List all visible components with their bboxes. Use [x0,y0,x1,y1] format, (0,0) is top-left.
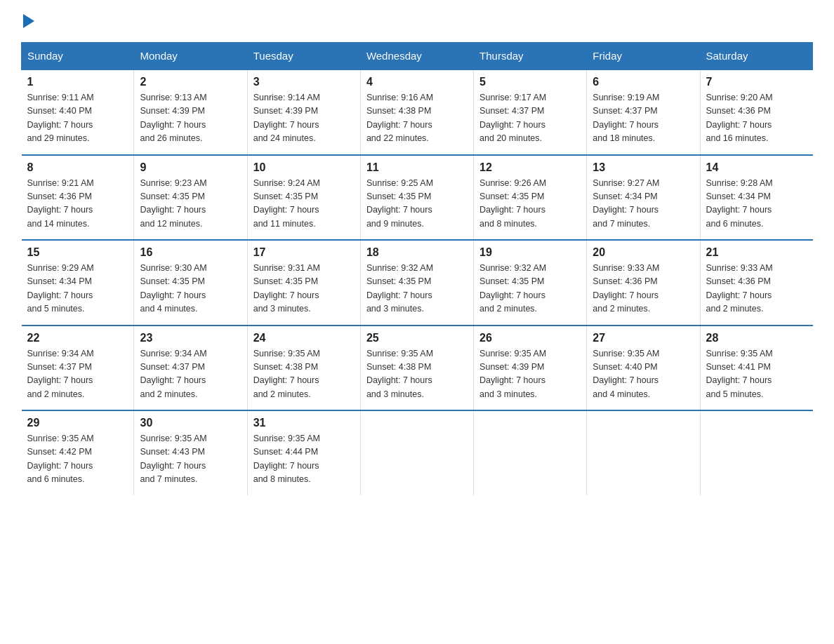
day-number: 27 [593,332,694,344]
day-number: 24 [253,332,355,344]
day-number: 14 [706,161,807,174]
day-detail: Sunrise: 9:21 AMSunset: 4:36 PMDaylight:… [27,178,94,229]
day-number: 18 [366,246,468,259]
day-detail: Sunrise: 9:26 AMSunset: 4:35 PMDaylight:… [479,178,546,229]
day-detail: Sunrise: 9:20 AMSunset: 4:36 PMDaylight:… [706,93,773,143]
logo-arrow-icon [23,14,34,28]
day-detail: Sunrise: 9:17 AMSunset: 4:37 PMDaylight:… [479,93,546,143]
calendar-cell: 20 Sunrise: 9:33 AMSunset: 4:36 PMDaylig… [587,240,700,326]
day-number: 10 [253,161,355,174]
calendar-cell: 1 Sunrise: 9:11 AMSunset: 4:40 PMDayligh… [22,69,134,155]
calendar-cell: 28 Sunrise: 9:35 AMSunset: 4:41 PMDaylig… [700,326,813,411]
day-detail: Sunrise: 9:23 AMSunset: 4:35 PMDaylight:… [140,178,206,229]
week-row-5: 29 Sunrise: 9:35 AMSunset: 4:42 PMDaylig… [22,410,813,495]
calendar-cell: 26 Sunrise: 9:35 AMSunset: 4:39 PMDaylig… [474,326,587,411]
calendar-table: SundayMondayTuesdayWednesdayThursdayFrid… [21,42,813,495]
calendar-cell: 11 Sunrise: 9:25 AMSunset: 4:35 PMDaylig… [360,155,473,241]
day-number: 15 [27,246,128,259]
day-number: 22 [27,332,128,344]
day-number: 21 [706,246,807,259]
calendar-cell: 31 Sunrise: 9:35 AMSunset: 4:44 PMDaylig… [247,410,360,495]
day-detail: Sunrise: 9:29 AMSunset: 4:34 PMDaylight:… [27,263,94,314]
day-detail: Sunrise: 9:13 AMSunset: 4:39 PMDaylight:… [140,93,206,143]
weekday-header-row: SundayMondayTuesdayWednesdayThursdayFrid… [22,43,813,70]
day-number: 5 [479,76,581,88]
calendar-cell: 22 Sunrise: 9:34 AMSunset: 4:37 PMDaylig… [22,326,134,411]
day-number: 17 [253,246,355,259]
day-number: 16 [140,246,241,259]
calendar-cell: 12 Sunrise: 9:26 AMSunset: 4:35 PMDaylig… [474,155,587,241]
calendar-cell: 9 Sunrise: 9:23 AMSunset: 4:35 PMDayligh… [134,155,247,241]
day-detail: Sunrise: 9:32 AMSunset: 4:35 PMDaylight:… [366,263,433,314]
calendar-cell: 29 Sunrise: 9:35 AMSunset: 4:42 PMDaylig… [22,410,134,495]
day-number: 12 [479,161,581,174]
weekday-header-friday: Friday [587,43,700,70]
day-number: 23 [140,332,241,344]
calendar-cell: 7 Sunrise: 9:20 AMSunset: 4:36 PMDayligh… [700,69,813,155]
logo [21,14,44,28]
day-detail: Sunrise: 9:35 AMSunset: 4:38 PMDaylight:… [253,349,320,399]
day-detail: Sunrise: 9:11 AMSunset: 4:40 PMDaylight:… [27,93,94,143]
calendar-cell: 27 Sunrise: 9:35 AMSunset: 4:40 PMDaylig… [587,326,700,411]
calendar-cell: 21 Sunrise: 9:33 AMSunset: 4:36 PMDaylig… [700,240,813,326]
day-number: 26 [479,332,581,344]
weekday-header-tuesday: Tuesday [247,43,360,70]
day-number: 20 [593,246,694,259]
day-number: 19 [479,246,581,259]
day-detail: Sunrise: 9:35 AMSunset: 4:44 PMDaylight:… [253,434,320,484]
calendar-cell: 10 Sunrise: 9:24 AMSunset: 4:35 PMDaylig… [247,155,360,241]
day-number: 3 [253,76,355,88]
day-number: 29 [27,417,128,429]
calendar-cell: 19 Sunrise: 9:32 AMSunset: 4:35 PMDaylig… [474,240,587,326]
day-detail: Sunrise: 9:35 AMSunset: 4:40 PMDaylight:… [593,349,659,399]
day-number: 7 [706,76,807,88]
week-row-3: 15 Sunrise: 9:29 AMSunset: 4:34 PMDaylig… [22,240,813,326]
day-detail: Sunrise: 9:35 AMSunset: 4:42 PMDaylight:… [27,434,94,484]
day-number: 28 [706,332,807,344]
day-detail: Sunrise: 9:31 AMSunset: 4:35 PMDaylight:… [253,263,320,314]
weekday-header-monday: Monday [134,43,247,70]
calendar-cell [700,410,813,495]
calendar-cell: 16 Sunrise: 9:30 AMSunset: 4:35 PMDaylig… [134,240,247,326]
day-detail: Sunrise: 9:33 AMSunset: 4:36 PMDaylight:… [593,263,659,314]
calendar-cell [360,410,473,495]
day-detail: Sunrise: 9:30 AMSunset: 4:35 PMDaylight:… [140,263,206,314]
day-number: 4 [366,76,468,88]
weekday-header-saturday: Saturday [700,43,813,70]
calendar-cell: 23 Sunrise: 9:34 AMSunset: 4:37 PMDaylig… [134,326,247,411]
day-number: 25 [366,332,468,344]
day-detail: Sunrise: 9:33 AMSunset: 4:36 PMDaylight:… [706,263,773,314]
calendar-cell: 13 Sunrise: 9:27 AMSunset: 4:34 PMDaylig… [587,155,700,241]
day-detail: Sunrise: 9:34 AMSunset: 4:37 PMDaylight:… [27,349,94,399]
week-row-1: 1 Sunrise: 9:11 AMSunset: 4:40 PMDayligh… [22,69,813,155]
weekday-header-wednesday: Wednesday [360,43,473,70]
calendar-cell [474,410,587,495]
day-detail: Sunrise: 9:34 AMSunset: 4:37 PMDaylight:… [140,349,206,399]
calendar-cell: 25 Sunrise: 9:35 AMSunset: 4:38 PMDaylig… [360,326,473,411]
calendar-cell: 24 Sunrise: 9:35 AMSunset: 4:38 PMDaylig… [247,326,360,411]
day-detail: Sunrise: 9:32 AMSunset: 4:35 PMDaylight:… [479,263,546,314]
calendar-cell: 17 Sunrise: 9:31 AMSunset: 4:35 PMDaylig… [247,240,360,326]
day-detail: Sunrise: 9:35 AMSunset: 4:41 PMDaylight:… [706,349,773,399]
week-row-4: 22 Sunrise: 9:34 AMSunset: 4:37 PMDaylig… [22,326,813,411]
calendar-cell: 2 Sunrise: 9:13 AMSunset: 4:39 PMDayligh… [134,69,247,155]
day-detail: Sunrise: 9:24 AMSunset: 4:35 PMDaylight:… [253,178,320,229]
calendar-cell: 6 Sunrise: 9:19 AMSunset: 4:37 PMDayligh… [587,69,700,155]
calendar-cell: 14 Sunrise: 9:28 AMSunset: 4:34 PMDaylig… [700,155,813,241]
calendar-cell: 4 Sunrise: 9:16 AMSunset: 4:38 PMDayligh… [360,69,473,155]
calendar-cell [587,410,700,495]
day-number: 11 [366,161,468,174]
day-detail: Sunrise: 9:19 AMSunset: 4:37 PMDaylight:… [593,93,659,143]
calendar-cell: 5 Sunrise: 9:17 AMSunset: 4:37 PMDayligh… [474,69,587,155]
day-number: 9 [140,161,241,174]
day-detail: Sunrise: 9:28 AMSunset: 4:34 PMDaylight:… [706,178,773,229]
calendar-cell: 3 Sunrise: 9:14 AMSunset: 4:39 PMDayligh… [247,69,360,155]
page-header [21,14,813,28]
calendar-cell: 18 Sunrise: 9:32 AMSunset: 4:35 PMDaylig… [360,240,473,326]
day-number: 6 [593,76,694,88]
day-detail: Sunrise: 9:35 AMSunset: 4:43 PMDaylight:… [140,434,206,484]
day-number: 1 [27,76,128,88]
calendar-cell: 15 Sunrise: 9:29 AMSunset: 4:34 PMDaylig… [22,240,134,326]
day-number: 2 [140,76,241,88]
day-detail: Sunrise: 9:35 AMSunset: 4:39 PMDaylight:… [479,349,546,399]
